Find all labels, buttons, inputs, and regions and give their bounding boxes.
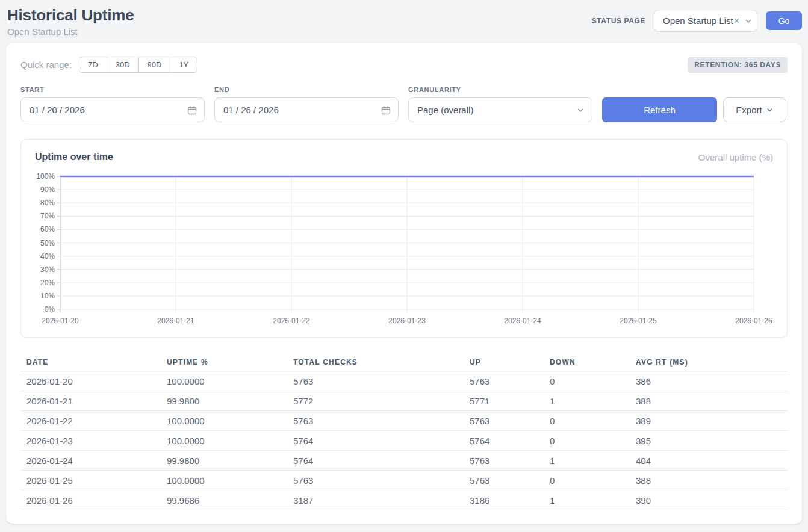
table-cell: 5763	[470, 475, 550, 486]
table-cell: 5763	[293, 416, 470, 426]
table-cell: 0	[550, 416, 636, 426]
svg-text:40%: 40%	[40, 252, 55, 261]
table-cell: 5763	[293, 475, 470, 486]
page-subtitle: Open Startup List	[7, 26, 134, 37]
export-button[interactable]: Export	[723, 97, 786, 122]
chart-title: Uptime over time	[35, 152, 113, 162]
go-button[interactable]: Go	[766, 11, 802, 30]
status-page-label: STATUS PAGE	[592, 17, 645, 25]
table-cell: 389	[636, 416, 788, 426]
start-date-input[interactable]: 01 / 20 / 2026	[20, 97, 205, 122]
quick-range-group: 7D30D90D1Y	[79, 57, 197, 73]
table-cell: 5771	[470, 396, 550, 406]
calendar-icon[interactable]	[187, 105, 197, 115]
chevron-down-icon	[576, 106, 585, 114]
table-cell: 5763	[470, 416, 550, 426]
table-cell: 2026-01-22	[20, 416, 167, 426]
table-cell: 2026-01-20	[20, 376, 167, 386]
page-title: Historical Uptime	[7, 6, 134, 25]
column-header: TOTAL CHECKS	[293, 358, 470, 367]
table-row: 2026-01-25100.0000576357630388	[20, 471, 788, 490]
main-panel: Quick range: 7D30D90D1Y RETENTION: 365 D…	[6, 43, 802, 524]
table-cell: 386	[636, 376, 788, 386]
svg-text:80%: 80%	[40, 199, 55, 207]
table-cell: 3187	[293, 495, 470, 506]
clear-selection-icon[interactable]: ×	[734, 16, 739, 26]
retention-badge: RETENTION: 365 DAYS	[688, 57, 788, 73]
svg-text:90%: 90%	[40, 185, 55, 194]
column-header: AVG RT (MS)	[636, 358, 788, 367]
chart-card: Uptime over time Overall uptime (%) 0%10…	[20, 139, 788, 338]
svg-text:2026-01-26: 2026-01-26	[735, 317, 772, 325]
column-header: DATE	[20, 358, 167, 367]
granularity-label: GRANULARITY	[408, 86, 592, 93]
table-cell: 100.0000	[167, 416, 293, 426]
table-row: 2026-01-22100.0000576357630389	[20, 411, 788, 431]
svg-text:2026-01-20: 2026-01-20	[42, 317, 79, 325]
svg-text:2026-01-25: 2026-01-25	[620, 317, 657, 325]
end-date-input[interactable]: 01 / 26 / 2026	[214, 97, 399, 122]
page-header: Historical Uptime Open Startup List STAT…	[0, 0, 808, 43]
column-header: UPTIME %	[167, 358, 293, 367]
table-cell: 1	[550, 396, 636, 406]
quick-range-button-90d[interactable]: 90D	[138, 57, 170, 73]
granularity-select[interactable]: Page (overall)	[408, 97, 592, 122]
uptime-line-chart: 0%10%20%30%40%50%60%70%80%90%100%2026-01…	[35, 171, 773, 329]
svg-text:2026-01-24: 2026-01-24	[504, 317, 541, 325]
table-cell: 2026-01-23	[20, 436, 167, 446]
table-cell: 2026-01-24	[20, 456, 167, 466]
svg-text:70%: 70%	[40, 212, 55, 220]
calendar-icon[interactable]	[381, 105, 391, 115]
export-button-label: Export	[736, 105, 762, 115]
table-cell: 100.0000	[167, 376, 293, 386]
table-cell: 5764	[293, 456, 470, 466]
uptime-table: DATEUPTIME %TOTAL CHECKSUPDOWNAVG RT (MS…	[20, 353, 788, 510]
start-date-label: START	[20, 86, 205, 93]
table-cell: 100.0000	[167, 475, 293, 486]
table-cell: 5763	[470, 376, 550, 386]
table-cell: 388	[636, 475, 788, 486]
svg-text:30%: 30%	[40, 265, 55, 274]
table-cell: 99.9686	[167, 495, 293, 506]
quick-range-label: Quick range:	[20, 60, 72, 70]
quick-range-button-30d[interactable]: 30D	[107, 57, 138, 73]
table-cell: 1	[550, 456, 636, 466]
status-page-selected-value: Open Startup List	[663, 16, 733, 26]
svg-text:20%: 20%	[40, 279, 55, 287]
chart-legend: Overall uptime (%)	[698, 152, 773, 162]
table-cell: 99.9800	[167, 396, 293, 406]
table-cell: 404	[636, 456, 788, 466]
refresh-button[interactable]: Refresh	[602, 97, 717, 122]
svg-text:2026-01-21: 2026-01-21	[157, 317, 194, 325]
chevron-down-icon	[766, 106, 774, 114]
svg-text:2026-01-23: 2026-01-23	[388, 317, 426, 325]
svg-text:10%: 10%	[40, 292, 55, 300]
table-header-row: DATEUPTIME %TOTAL CHECKSUPDOWNAVG RT (MS…	[20, 353, 788, 371]
table-cell: 5763	[293, 376, 470, 386]
table-cell: 99.9800	[167, 456, 293, 466]
granularity-selected-value: Page (overall)	[417, 105, 473, 115]
table-cell: 395	[636, 436, 788, 446]
chevron-down-icon	[744, 17, 753, 25]
table-cell: 0	[550, 475, 636, 486]
table-cell: 5772	[293, 396, 470, 406]
svg-text:100%: 100%	[36, 172, 55, 181]
chart-canvas: 0%10%20%30%40%50%60%70%80%90%100%2026-01…	[35, 171, 773, 326]
table-row: 2026-01-2199.9800577257711388	[20, 391, 788, 411]
status-page-select[interactable]: Open Startup List ×	[654, 10, 757, 32]
table-row: 2026-01-2699.9686318731861390	[20, 490, 788, 510]
start-date-value: 01 / 20 / 2026	[30, 105, 85, 115]
table-row: 2026-01-20100.0000576357630386	[20, 371, 788, 391]
quick-range-button-1y[interactable]: 1Y	[170, 57, 197, 73]
svg-text:60%: 60%	[40, 225, 55, 234]
table-cell: 0	[550, 436, 636, 446]
column-header: UP	[470, 358, 550, 367]
table-cell: 5763	[470, 456, 550, 466]
end-date-label: END	[214, 86, 399, 93]
table-cell: 3186	[470, 495, 550, 506]
end-date-value: 01 / 26 / 2026	[223, 105, 279, 115]
table-cell: 5764	[293, 436, 470, 446]
table-cell: 1	[550, 495, 636, 506]
table-row: 2026-01-2499.9800576457631404	[20, 451, 788, 471]
quick-range-button-7d[interactable]: 7D	[79, 57, 107, 73]
